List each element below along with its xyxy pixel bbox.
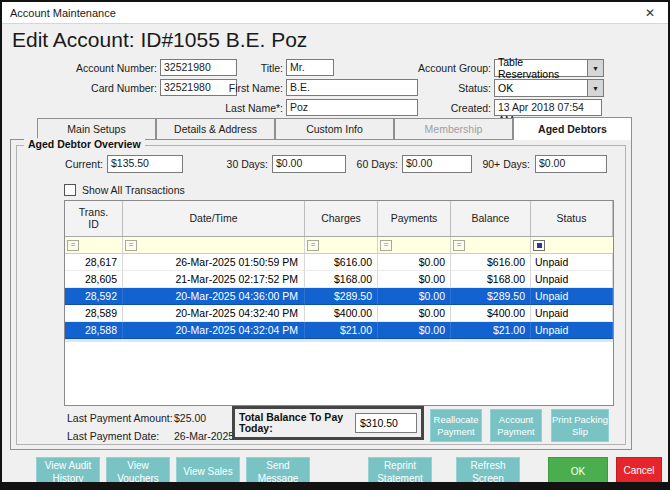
- trans-id-cell: 28,605: [65, 271, 123, 288]
- table-row[interactable]: 28,617 26-Mar-2025 01:50:59 PM $616.00 $…: [65, 254, 613, 271]
- charges-cell: $168.00: [305, 271, 378, 288]
- datetime-cell: 21-Mar-2025 02:17:52 PM: [123, 271, 305, 288]
- col-payments[interactable]: Payments: [378, 201, 451, 236]
- datetime-cell: 20-Mar-2025 04:32:40 PM: [123, 305, 305, 322]
- balance-cell: $616.00: [451, 254, 531, 271]
- status-filter-icon[interactable]: [533, 240, 545, 251]
- trans-id-cell: 28,592: [65, 288, 123, 305]
- filter-icon[interactable]: =: [67, 240, 79, 251]
- payments-cell: $0.00: [378, 254, 451, 271]
- status-cell: Unpaid: [531, 288, 613, 305]
- status-cell: Unpaid: [531, 254, 613, 271]
- trans-id-cell: 28,589: [65, 305, 123, 322]
- datetime-cell: 26-Mar-2025 01:50:59 PM: [123, 254, 305, 271]
- show-all-transactions-label: Show All Transactions: [82, 184, 185, 196]
- table-header-row: Trans. ID Date/Time Charges Payments Bal…: [65, 201, 613, 237]
- current-label: Current:: [57, 158, 103, 170]
- last-payment-amount-label: Last Payment Amount:: [67, 412, 173, 424]
- account-payment-button[interactable]: Account Payment: [490, 409, 542, 442]
- last-payment-date-label: Last Payment Date:: [67, 430, 159, 442]
- trans-id-cell: 28,588: [65, 322, 123, 339]
- trans-id-cell: 28,617: [65, 254, 123, 271]
- charges-cell: $400.00: [305, 305, 378, 322]
- days60-field[interactable]: $0.00: [402, 155, 472, 173]
- days90-field[interactable]: $0.00: [535, 155, 607, 173]
- payments-cell: $0.00: [378, 288, 451, 305]
- balance-cell: $168.00: [451, 271, 531, 288]
- total-balance-highlight-box: Total Balance To Pay Today: $310.50: [232, 406, 424, 440]
- col-balance[interactable]: Balance: [451, 201, 531, 236]
- account-maintenance-window: Account Maintenance ✕ Edit Account: ID#1…: [0, 0, 670, 490]
- balance-cell: $21.00: [451, 322, 531, 339]
- payments-cell: $0.00: [378, 322, 451, 339]
- table-row[interactable]: 28,605 21-Mar-2025 02:17:52 PM $168.00 $…: [65, 271, 613, 288]
- charges-cell: $21.00: [305, 322, 378, 339]
- col-charges[interactable]: Charges: [305, 201, 378, 236]
- datetime-cell: 20-Mar-2025 04:36:00 PM: [123, 288, 305, 305]
- filter-icon[interactable]: =: [307, 240, 319, 251]
- days30-label: 30 Days:: [223, 158, 268, 170]
- payments-cell: $0.00: [378, 271, 451, 288]
- filter-row: = = = = =: [65, 237, 613, 254]
- col-status[interactable]: Status: [531, 201, 613, 236]
- status-cell: Unpaid: [531, 322, 613, 339]
- charges-cell: $616.00: [305, 254, 378, 271]
- transactions-table: Trans. ID Date/Time Charges Payments Bal…: [64, 200, 614, 406]
- days90-label: 90+ Days:: [478, 158, 530, 170]
- filter-icon[interactable]: =: [380, 240, 392, 251]
- payments-cell: $0.00: [378, 305, 451, 322]
- status-cell: Unpaid: [531, 271, 613, 288]
- reallocate-payment-button[interactable]: Reallocate Payment: [430, 409, 482, 442]
- balance-cell: $400.00: [451, 305, 531, 322]
- col-datetime[interactable]: Date/Time: [123, 201, 305, 236]
- filter-icon[interactable]: =: [125, 240, 137, 251]
- row-highlight-strip: [65, 339, 613, 342]
- days30-field[interactable]: $0.00: [272, 155, 346, 173]
- last-payment-amount-value: $25.00: [174, 412, 206, 424]
- table-row-selected[interactable]: 28,592 20-Mar-2025 04:36:00 PM $289.50 $…: [65, 288, 613, 305]
- table-row[interactable]: 28,589 20-Mar-2025 04:32:40 PM $400.00 $…: [65, 305, 613, 322]
- filter-icon[interactable]: =: [453, 240, 465, 251]
- total-balance-field[interactable]: $310.50: [355, 413, 417, 433]
- status-cell: Unpaid: [531, 305, 613, 322]
- days60-label: 60 Days:: [353, 158, 398, 170]
- total-balance-label: Total Balance To Pay Today:: [239, 412, 355, 434]
- current-field[interactable]: $135.50: [107, 155, 183, 173]
- show-all-transactions-checkbox[interactable]: [64, 184, 76, 196]
- table-row-selected[interactable]: 28,588 20-Mar-2025 04:32:04 PM $21.00 $0…: [65, 322, 613, 339]
- col-trans-id[interactable]: Trans. ID: [65, 201, 123, 236]
- balance-cell: $289.50: [451, 288, 531, 305]
- charges-cell: $289.50: [305, 288, 378, 305]
- datetime-cell: 20-Mar-2025 04:32:04 PM: [123, 322, 305, 339]
- last-payment-date-value: 26-Mar-2025: [174, 430, 234, 442]
- print-packing-slip-button[interactable]: Print Packing Slip: [551, 409, 609, 442]
